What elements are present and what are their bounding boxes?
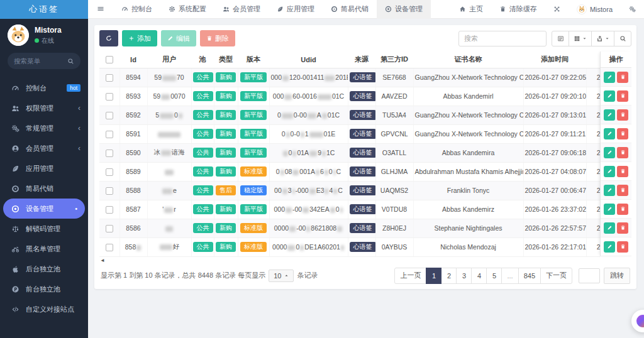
row-edit-button[interactable] [604, 166, 615, 177]
row-delete-button[interactable] [617, 147, 628, 158]
redaction-blur [301, 132, 304, 138]
text-fragment: ' [162, 205, 164, 213]
topnav-item-会员管理[interactable]: 会员管理 [214, 0, 269, 19]
row-delete-button[interactable] [617, 241, 628, 253]
redaction-blur [165, 170, 174, 175]
topnav-item-控制台[interactable]: 控制台 [113, 0, 160, 19]
scroll-left-hint[interactable]: ◄ [99, 258, 631, 264]
search-toggle-button[interactable] [614, 31, 631, 46]
sidebar-item-解锁码管理[interactable]: 解锁码管理 [0, 219, 88, 239]
page-size-select[interactable]: 10 [269, 270, 294, 282]
row-delete-button[interactable] [617, 222, 628, 234]
sidebar-item-简易代销[interactable]: 简易代销 [0, 178, 88, 199]
clear-cache-link[interactable]: 清除缓存 [491, 0, 545, 19]
row-checkbox[interactable] [106, 74, 113, 82]
row-edit-button[interactable] [604, 204, 615, 215]
cert-name-cell: GuangZhou X-Network Technology Co.,Ltd.f [413, 68, 523, 87]
sidebar-item-自定义对接站点[interactable]: 自定义对接站点 [0, 299, 88, 319]
settings-button[interactable] [621, 0, 644, 19]
sidebar-item-权限管理[interactable]: 权限管理‹ [0, 98, 88, 118]
row-delete-button[interactable] [617, 204, 628, 215]
source-badge: 心语签 [350, 129, 376, 139]
row-edit-button[interactable] [604, 222, 615, 234]
row-delete-button[interactable] [617, 185, 628, 196]
sidebar-search-input[interactable] [14, 57, 64, 65]
sidebar-item-前台独立池[interactable]: 前台独立池 [0, 279, 88, 299]
row-checkbox[interactable] [106, 131, 113, 138]
sidebar-item-后台独立池[interactable]: 后台独立池 [0, 259, 88, 279]
row-edit-button[interactable] [604, 185, 615, 196]
row-edit-button[interactable] [604, 128, 615, 139]
redaction-blur [284, 94, 292, 100]
page-button-1[interactable]: 1 [426, 268, 441, 284]
text-fragment: 001A [299, 168, 315, 175]
third-id-cell: 0AYBUS [375, 237, 413, 256]
user-menu[interactable]: Mistora [569, 0, 621, 19]
row-checkbox[interactable] [106, 244, 113, 251]
row-edit-button[interactable] [604, 241, 615, 253]
edit-button[interactable]: 编辑 [161, 30, 196, 46]
card-view-button[interactable] [552, 31, 569, 46]
brand-header: 心语签 [0, 0, 88, 19]
table-row: 8589公共新购标准版008001A60C心语签GLHJMAAbdulrahma… [99, 162, 600, 181]
table-scroll-area[interactable]: Id用户池类型版本Udid来源第三方ID证书名称添加时间 85945970公共新… [99, 52, 600, 257]
page-button-845[interactable]: 845 [518, 268, 541, 284]
row-delete-button[interactable] [617, 128, 628, 139]
jump-page-input[interactable] [579, 268, 600, 283]
row-checkbox-cell [99, 181, 119, 200]
row-edit-button[interactable] [604, 72, 615, 83]
topnav-item-简易代销[interactable]: 简易代销 [323, 0, 377, 19]
page-button-2[interactable]: 2 [441, 268, 457, 284]
row-checkbox[interactable] [106, 93, 113, 101]
row-delete-button[interactable] [617, 166, 628, 177]
sidebar-item-设备管理[interactable]: 设备管理• [3, 199, 85, 219]
topnav-item-label: 会员管理 [233, 4, 260, 14]
hamburger-menu-icon[interactable] [88, 5, 113, 14]
row-checkbox[interactable] [106, 187, 113, 195]
select-all-checkbox[interactable] [106, 56, 113, 63]
colorful-logo-icon [636, 315, 644, 327]
prev-page-button[interactable]: 上一页 [394, 268, 426, 284]
export-button[interactable] [591, 31, 614, 46]
jump-button[interactable]: 跳转 [604, 268, 630, 284]
source-cell: 心语签 [348, 237, 375, 256]
row-delete-button[interactable] [617, 109, 628, 121]
sidebar-item-常规管理[interactable]: 常规管理‹ [0, 118, 88, 138]
row-checkbox[interactable] [106, 206, 113, 214]
topnav-item-label: 设备管理 [395, 4, 423, 14]
added-time-cell: 2026-01-27 04:08:07 [523, 162, 586, 181]
cert-name-cell: Abbas Kandemira [413, 143, 523, 162]
operations-row [601, 200, 631, 219]
page-button-3[interactable]: 3 [456, 268, 472, 284]
table-search-input[interactable] [458, 31, 547, 46]
fullscreen-button[interactable] [545, 0, 569, 19]
topnav-item-系统配置[interactable]: 系统配置 [160, 0, 214, 19]
add-button[interactable]: 添加 [122, 30, 157, 46]
sidebar-item-黑名单管理[interactable]: 黑名单管理 [0, 239, 88, 259]
row-edit-button[interactable] [604, 90, 615, 102]
row-checkbox[interactable] [106, 225, 113, 232]
row-delete-button[interactable] [617, 90, 628, 102]
row-checkbox[interactable] [106, 168, 113, 176]
delete-button[interactable]: 删除 [200, 30, 235, 46]
page-button-5[interactable]: 5 [486, 268, 502, 284]
topnav-item-设备管理[interactable]: 设备管理 [377, 0, 431, 19]
home-link[interactable]: 主页 [451, 0, 491, 19]
sidebar-item-会员管理[interactable]: 会员管理‹ [0, 138, 88, 158]
row-checkbox[interactable] [106, 150, 113, 157]
sidebar-item-控制台[interactable]: 控制台hot [0, 78, 88, 98]
redaction-blur [286, 207, 292, 213]
row-delete-button[interactable] [617, 72, 628, 83]
topnav-item-应用管理[interactable]: 应用管理 [269, 0, 323, 19]
refresh-button[interactable] [99, 30, 118, 46]
next-page-button[interactable]: 下一页 [540, 268, 572, 284]
trash-icon [499, 6, 506, 13]
row-checkbox[interactable] [106, 112, 113, 119]
columns-button[interactable] [569, 31, 592, 46]
table-view-buttons [552, 31, 631, 46]
sidebar-item-应用管理[interactable]: 应用管理 [0, 158, 88, 178]
page-button-4[interactable]: 4 [471, 268, 487, 284]
device-icon [11, 205, 19, 213]
row-edit-button[interactable] [604, 147, 615, 158]
row-edit-button[interactable] [604, 109, 615, 121]
